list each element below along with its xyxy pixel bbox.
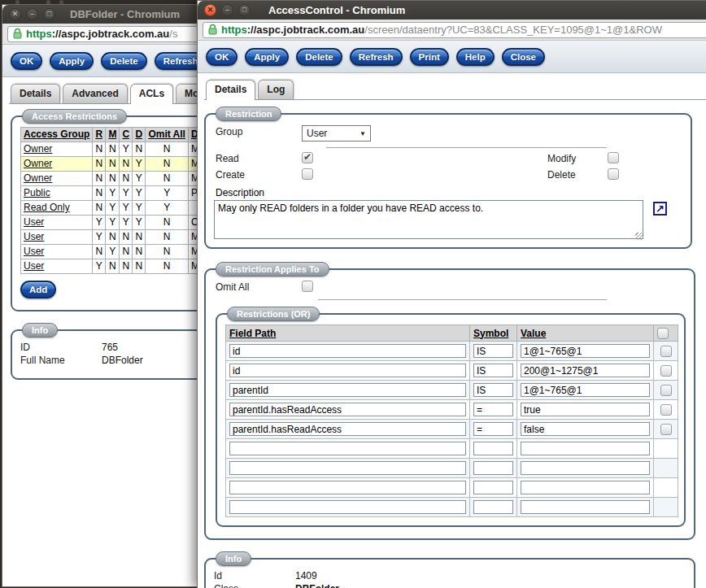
- info-value[interactable]: DBFolder: [295, 582, 339, 588]
- value-input[interactable]: [521, 383, 650, 397]
- group-select[interactable]: User ▼: [302, 125, 371, 142]
- symbol-input[interactable]: [473, 422, 513, 436]
- field-path-input[interactable]: [229, 461, 466, 475]
- field-path-cell: [226, 420, 470, 439]
- resize-handle[interactable]: [635, 233, 643, 240]
- close-icon[interactable]: ✕: [204, 4, 216, 16]
- toolbar-button-ok[interactable]: OK: [11, 52, 42, 70]
- restrictions-or-fieldset: Restrictions (OR) Field PathSymbolValue: [216, 313, 686, 527]
- field-path-input[interactable]: [229, 344, 466, 358]
- toolbar-button-apply[interactable]: Apply: [245, 48, 289, 66]
- value-input[interactable]: [521, 403, 650, 416]
- modify-checkbox[interactable]: [608, 152, 619, 163]
- flag-cell: N: [93, 157, 106, 172]
- open-in-new-window-icon[interactable]: ↗: [653, 202, 667, 216]
- field-path-input[interactable]: [229, 383, 466, 397]
- close-icon[interactable]: ✕: [9, 8, 21, 20]
- description-textarea[interactable]: May only READ folders in a folder you ha…: [214, 200, 643, 239]
- column-header[interactable]: Access Group: [21, 128, 93, 142]
- field-path-input[interactable]: [229, 481, 466, 494]
- column-header[interactable]: D: [133, 128, 146, 142]
- value-input[interactable]: [521, 461, 650, 475]
- toolbar-button-close[interactable]: Close: [502, 48, 545, 66]
- info-label: ID: [20, 341, 102, 354]
- field-path-input[interactable]: [229, 442, 466, 455]
- column-header[interactable]: Value: [517, 325, 654, 342]
- restriction-applies-to-fieldset: Restriction Applies To Omit All Restrict…: [204, 268, 695, 540]
- add-button[interactable]: Add: [20, 281, 56, 298]
- flag-cell: N: [93, 172, 106, 186]
- read-checkbox[interactable]: [302, 152, 313, 163]
- omit-all-checkbox[interactable]: [302, 281, 313, 292]
- symbol-input[interactable]: [473, 344, 513, 358]
- toolbar-button-print[interactable]: Print: [410, 48, 449, 66]
- value-input[interactable]: [521, 422, 650, 436]
- row-select-cell: [654, 420, 678, 439]
- select-all-checkbox[interactable]: [657, 328, 669, 339]
- row-checkbox[interactable]: [660, 404, 672, 416]
- field-path-input[interactable]: [229, 403, 466, 416]
- tab-advanced[interactable]: Advanced: [63, 84, 127, 103]
- tab-acls[interactable]: ACLs: [130, 84, 173, 104]
- toolbar-button-refresh[interactable]: Refresh: [350, 48, 403, 66]
- value-cell: [517, 381, 654, 400]
- access-group-link[interactable]: Owner: [24, 143, 52, 155]
- value-input[interactable]: [521, 500, 650, 514]
- field-path-input[interactable]: [229, 422, 466, 436]
- url-text: https://aspc.jobtrack.com.au/s: [26, 28, 177, 40]
- tab-details[interactable]: Details: [11, 84, 60, 103]
- column-header[interactable]: Omit All: [146, 128, 189, 142]
- create-checkbox[interactable]: [302, 168, 313, 180]
- access-group-link[interactable]: User: [24, 216, 44, 228]
- access-group-link[interactable]: Read Only: [24, 202, 70, 213]
- column-header[interactable]: R: [93, 128, 106, 142]
- maximize-icon[interactable]: □: [238, 4, 251, 16]
- tab-details[interactable]: Details: [206, 80, 255, 100]
- toolbar-button-delete[interactable]: Delete: [101, 52, 147, 70]
- row-checkbox[interactable]: [660, 424, 672, 435]
- access-group-link[interactable]: Owner: [24, 158, 52, 169]
- value-cell: [517, 478, 654, 498]
- row-checkbox[interactable]: [660, 385, 672, 396]
- access-group-link[interactable]: Owner: [24, 172, 52, 184]
- field-path-input[interactable]: [229, 500, 466, 514]
- toolbar-button-delete[interactable]: Delete: [296, 48, 342, 66]
- value-input[interactable]: [521, 344, 650, 358]
- symbol-input[interactable]: [473, 383, 513, 397]
- access-group-cell: Public: [21, 186, 93, 201]
- access-group-link[interactable]: User: [24, 246, 44, 257]
- column-header[interactable]: M: [106, 128, 120, 142]
- restriction-legend: Restriction: [216, 107, 281, 121]
- access-group-link[interactable]: User: [24, 231, 44, 242]
- toolbar-button-apply[interactable]: Apply: [50, 52, 94, 70]
- symbol-input[interactable]: [473, 500, 513, 514]
- symbol-input[interactable]: [473, 364, 513, 377]
- symbol-input[interactable]: [473, 481, 513, 494]
- column-header[interactable]: Symbol: [470, 325, 517, 342]
- symbol-input[interactable]: [473, 442, 513, 455]
- minimize-icon[interactable]: –: [221, 4, 233, 16]
- symbol-input[interactable]: [473, 403, 513, 416]
- tab-log[interactable]: Log: [258, 80, 294, 99]
- column-header[interactable]: C: [120, 128, 133, 142]
- lock-icon: [13, 28, 22, 39]
- value-input[interactable]: [521, 364, 650, 377]
- flag-cell: N: [146, 259, 189, 274]
- access-group-link[interactable]: User: [24, 260, 44, 272]
- row-checkbox[interactable]: [660, 346, 672, 357]
- access-group-link[interactable]: Public: [24, 187, 50, 198]
- toolbar-button-help[interactable]: Help: [456, 48, 495, 66]
- flag-cell: Y: [120, 142, 133, 157]
- flag-cell: N: [106, 142, 120, 157]
- column-header[interactable]: Field Path: [226, 325, 470, 342]
- value-input[interactable]: [521, 442, 650, 455]
- address-bar[interactable]: https://aspc.jobtrack.com.au/screen/data…: [203, 22, 706, 38]
- symbol-input[interactable]: [473, 461, 513, 475]
- maximize-icon[interactable]: □: [43, 8, 55, 20]
- toolbar-button-ok[interactable]: OK: [206, 48, 238, 66]
- value-input[interactable]: [521, 481, 650, 494]
- minimize-icon[interactable]: –: [26, 8, 38, 20]
- delete-checkbox[interactable]: [608, 168, 619, 180]
- field-path-input[interactable]: [229, 364, 466, 377]
- row-checkbox[interactable]: [660, 365, 672, 377]
